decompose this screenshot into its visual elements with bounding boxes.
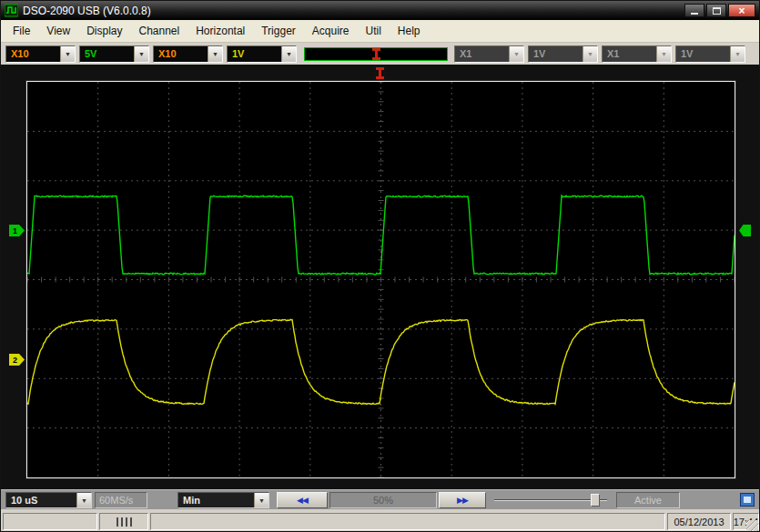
trigger-position-marker[interactable]: [379, 67, 381, 79]
app-window: DSO-2090 USB (V6.0.0.8) × File View Disp…: [0, 0, 760, 532]
status-panel-left: [3, 513, 97, 530]
menu-util[interactable]: Util: [358, 21, 390, 41]
chevron-down-icon[interactable]: ▼: [208, 46, 222, 62]
buffer-scroll-slider[interactable]: [492, 492, 609, 508]
buffer-position-label: 50%: [329, 492, 437, 508]
bottom-toolbar: 10 uS ▼ 60MS/s Min ▼ ◀◀ 50% ▶▶ Active: [1, 489, 759, 509]
minimize-icon: [691, 13, 698, 15]
chevron-down-icon: ▼: [509, 46, 523, 62]
chevron-down-icon: ▼: [730, 46, 745, 62]
scope-display: [26, 81, 735, 478]
trigger-position-thumb[interactable]: [375, 48, 378, 60]
menu-file[interactable]: File: [5, 21, 38, 41]
chevron-down-icon: ▼: [583, 46, 597, 62]
menu-acquire[interactable]: Acquire: [304, 21, 358, 41]
chevron-down-icon[interactable]: ▼: [60, 46, 75, 62]
active-status-label: Active: [616, 492, 680, 508]
window-title: DSO-2090 USB (V6.0.0.8): [23, 5, 684, 17]
ch3-voltdiv-select: 1V ▼: [528, 45, 598, 63]
date-label: 05/12/2013: [667, 513, 731, 530]
status-bar: 05/12/2013 17:44: [1, 509, 759, 532]
ch4-attenuation-select: X1 ▼: [602, 45, 672, 63]
menu-bar: File View Display Channel Horizontal Tri…: [1, 20, 759, 43]
waveform-canvas: [27, 82, 735, 477]
chevron-down-icon[interactable]: ▼: [134, 46, 148, 62]
close-icon: ×: [738, 5, 745, 17]
screen-panel-icon[interactable]: [740, 493, 755, 507]
samplerate-label: 60MS/s: [95, 492, 147, 508]
menu-channel[interactable]: Channel: [131, 21, 188, 41]
status-panel-activity: [99, 513, 148, 530]
menu-trigger[interactable]: Trigger: [253, 21, 304, 41]
scroll-right-button[interactable]: ▶▶: [439, 492, 486, 508]
maximize-icon: [713, 7, 721, 15]
app-icon: [5, 4, 18, 17]
maximize-button[interactable]: [706, 4, 726, 17]
menu-display[interactable]: Display: [78, 21, 130, 41]
chevron-down-icon[interactable]: ▼: [76, 493, 91, 507]
ch2-marker[interactable]: 2: [9, 354, 25, 366]
ch4-voltdiv-select: 1V ▼: [675, 45, 745, 63]
double-left-arrow-icon: ◀◀: [297, 497, 308, 505]
double-right-arrow-icon: ▶▶: [457, 497, 468, 505]
scroll-left-button[interactable]: ◀◀: [277, 492, 328, 508]
ch2-attenuation-select[interactable]: X10 ▼: [153, 45, 223, 63]
main-toolbar: X10 ▼ 5V ▼ X10 ▼ 1V ▼ X1 ▼ 1V ▼ X1 ▼: [1, 43, 759, 65]
ch1-marker-label: 1: [13, 226, 17, 236]
acquisition-mode-select[interactable]: Min ▼: [177, 492, 269, 508]
timebase-select[interactable]: 10 uS ▼: [5, 492, 92, 508]
scope-area: 1 2: [1, 65, 759, 489]
ch1-voltdiv-select[interactable]: 5V ▼: [79, 45, 149, 63]
menu-help[interactable]: Help: [390, 21, 429, 41]
chevron-down-icon: ▼: [656, 46, 671, 62]
slider-thumb[interactable]: [591, 494, 600, 507]
menu-view[interactable]: View: [38, 21, 78, 41]
title-bar: DSO-2090 USB (V6.0.0.8) ×: [1, 1, 759, 20]
resize-grip[interactable]: [746, 520, 758, 532]
ch1-attenuation-select[interactable]: X10 ▼: [5, 45, 76, 63]
chevron-down-icon[interactable]: ▼: [281, 46, 296, 62]
ch2-voltdiv-select[interactable]: 1V ▼: [227, 45, 297, 63]
status-panel-main: [150, 513, 665, 530]
trigger-level-marker[interactable]: [739, 225, 751, 236]
ch1-marker[interactable]: 1: [9, 225, 25, 236]
ch3-attenuation-select: X1 ▼: [454, 45, 524, 63]
menu-horizontal[interactable]: Horizontal: [187, 21, 253, 41]
signal-bars-icon: [117, 517, 132, 527]
ch2-marker-label: 2: [13, 356, 17, 365]
close-button[interactable]: ×: [728, 4, 755, 17]
horizontal-position-slider[interactable]: [304, 47, 448, 61]
minimize-button[interactable]: [684, 4, 704, 17]
chevron-down-icon[interactable]: ▼: [254, 493, 269, 507]
